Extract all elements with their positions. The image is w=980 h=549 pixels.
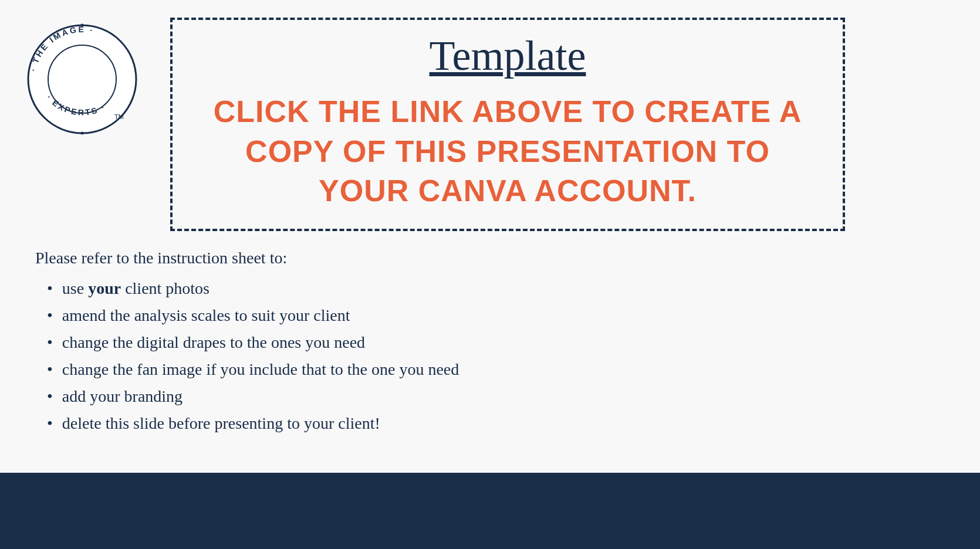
instructions-list: use your client photos amend the analysi… [35, 279, 945, 433]
svg-point-5 [81, 24, 84, 27]
list-item-text: change the fan image if you include that… [62, 360, 459, 379]
list-item: add your branding [47, 387, 945, 406]
template-title: Template [430, 32, 586, 80]
list-item: change the fan image if you include that… [47, 360, 945, 379]
page-wrapper: · THE IMAGE · · EXPERTS · TM Template CL… [0, 0, 980, 549]
logo-svg: · THE IMAGE · · EXPERTS · TM [23, 21, 141, 138]
list-item: change the digital drapes to the ones yo… [47, 333, 945, 352]
instructions-intro: Please refer to the instruction sheet to… [35, 249, 945, 267]
list-item-text: delete this slide before presenting to y… [62, 414, 380, 433]
footer-bar [0, 473, 980, 549]
template-subtitle: CLICK THE LINK ABOVE TO CREATE A COPY OF… [196, 92, 819, 211]
list-item: use your client photos [47, 279, 945, 298]
list-item-text: add your branding [62, 387, 183, 406]
logo-container: · THE IMAGE · · EXPERTS · TM [23, 21, 141, 138]
list-item-text: amend the analysis scales to suit your c… [62, 306, 350, 325]
list-item-text: use your client photos [62, 279, 209, 298]
list-item: delete this slide before presenting to y… [47, 414, 945, 433]
svg-point-6 [81, 132, 84, 135]
list-item-text: change the digital drapes to the ones yo… [62, 333, 365, 352]
top-section: · THE IMAGE · · EXPERTS · TM Template CL… [0, 0, 980, 231]
list-item: amend the analysis scales to suit your c… [47, 306, 945, 325]
bold-your: your [88, 279, 121, 297]
instructions-section: Please refer to the instruction sheet to… [0, 231, 980, 473]
svg-text:TM: TM [114, 113, 124, 120]
dashed-box: Template CLICK THE LINK ABOVE TO CREATE … [170, 18, 845, 231]
